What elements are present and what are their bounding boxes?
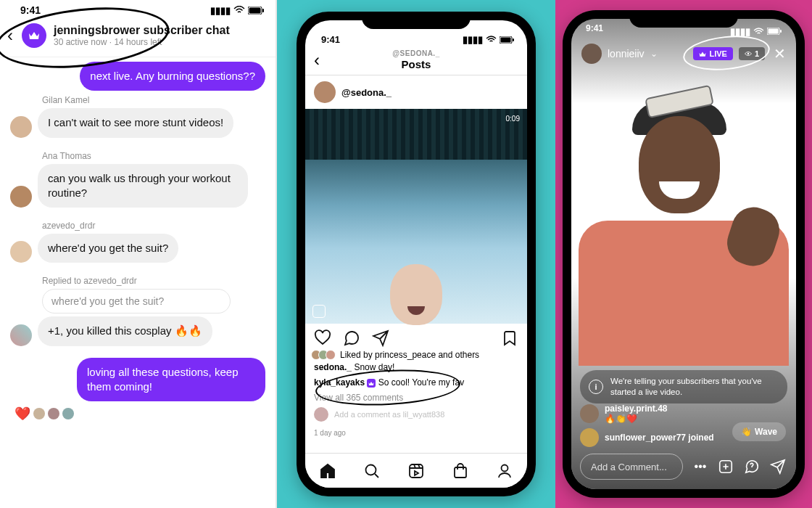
sender-name: Gilan Kamel	[42, 95, 265, 105]
status-icons: ▮▮▮▮	[730, 23, 782, 39]
bookmark-icon[interactable]	[501, 329, 518, 347]
other-message[interactable]: I can't wait to see more stunt videos!	[38, 108, 233, 137]
live-badge: LIVE	[693, 47, 732, 60]
avatar[interactable]	[10, 186, 32, 208]
profile-icon[interactable]	[496, 462, 513, 480]
viewer-count: 1	[755, 49, 759, 58]
nav-title: Posts	[392, 58, 439, 70]
live-header: lonnieiiv ⌄ LIVE 1 ✕	[571, 44, 796, 64]
phone-frame: 9:41 ▮▮▮▮ ‹ @SEDONA._ Posts	[297, 12, 536, 496]
battery-icon	[767, 28, 782, 35]
phone-screen: 9:41 ▮▮▮▮ lonnieiiv ⌄ LIVE	[571, 19, 796, 489]
chevron-down-icon[interactable]: ⌄	[650, 49, 658, 59]
message-row: can you walk us through your workout rou…	[10, 164, 265, 208]
svg-rect-8	[455, 467, 466, 478]
svg-rect-5	[513, 38, 514, 41]
liked-by-text[interactable]: Liked by princess_peace and others	[340, 350, 479, 360]
nav-bar: ‹ @SEDONA._ Posts	[305, 45, 527, 75]
svg-rect-12	[780, 30, 782, 33]
broadcaster-username[interactable]: lonnieiiv	[608, 48, 645, 60]
other-message[interactable]: where'd you get the suit?	[38, 234, 178, 263]
avatar[interactable]	[10, 324, 32, 346]
wave-button[interactable]: 👋 Wave	[732, 422, 786, 441]
self-message[interactable]: loving all these questions, keep them co…	[77, 358, 265, 402]
share-icon[interactable]	[372, 329, 389, 347]
reel-icon	[312, 305, 326, 318]
post-timestamp: 1 day ago	[305, 425, 527, 441]
add-guest-icon[interactable]	[718, 459, 735, 475]
status-icons: ▮▮▮▮	[210, 5, 264, 16]
svg-rect-1	[249, 7, 261, 13]
close-icon[interactable]: ✕	[774, 45, 786, 62]
viewer-count-pill[interactable]: 1	[739, 47, 765, 60]
phone-notch	[362, 12, 471, 29]
like-icon[interactable]	[314, 329, 331, 347]
question-icon[interactable]	[744, 459, 761, 475]
heart-reaction-icon[interactable]: ❤️	[14, 406, 30, 422]
chat-body[interactable]: next live. Any burning questions?? Gilan…	[0, 57, 276, 429]
signal-icon: ▮▮▮▮	[730, 26, 750, 37]
comment-text: So cool! You're my fav	[378, 377, 464, 388]
message-row: I can't wait to see more stunt videos!	[10, 108, 265, 137]
send-icon[interactable]	[770, 459, 787, 475]
live-comment-row[interactable]: paisley.print.48 🔥👏❤️	[580, 403, 714, 424]
live-panel: 9:41 ▮▮▮▮ lonnieiiv ⌄ LIVE	[555, 0, 812, 508]
avatar	[580, 404, 599, 423]
battery-icon	[248, 7, 264, 15]
more-icon[interactable]: •••	[692, 460, 709, 473]
phone-notch	[629, 10, 738, 28]
author-username[interactable]: @sedona._	[341, 87, 392, 98]
subscriber-badge-icon	[367, 379, 376, 388]
quoted-message[interactable]: where'd you get the suit?	[42, 289, 231, 314]
avatar	[580, 428, 599, 447]
live-info-text: We're telling your subscribers that you'…	[610, 376, 779, 398]
commenter-name: paisley.print.48	[605, 403, 667, 414]
media-bg	[305, 109, 527, 160]
other-message[interactable]: can you walk us through your workout rou…	[38, 164, 248, 208]
live-video[interactable]	[571, 84, 796, 366]
back-icon[interactable]: ‹	[6, 25, 14, 46]
home-icon[interactable]	[319, 462, 336, 480]
message-reactions[interactable]: ❤️	[14, 406, 265, 422]
svg-rect-2	[262, 9, 264, 12]
caption-user[interactable]: sedona._	[314, 362, 352, 372]
comment-user[interactable]: kyla_kayaks	[314, 377, 365, 388]
chat-title: jenningsbrower subscriber chat	[54, 24, 230, 37]
avatar[interactable]	[10, 241, 32, 263]
subscriber-comment[interactable]: kyla_kayaks So cool! You're my fav	[305, 375, 527, 390]
chat-header: ‹ jenningsbrower subscriber chat 30 acti…	[0, 17, 276, 57]
battery-icon	[500, 36, 514, 44]
eye-icon	[745, 51, 752, 57]
avatar[interactable]	[314, 81, 336, 103]
sender-name: Ana Thomas	[42, 151, 265, 161]
reactor-avatar	[48, 408, 59, 419]
comment-icon[interactable]	[343, 329, 360, 347]
reactor-avatar	[33, 408, 45, 419]
avatar[interactable]	[581, 44, 602, 64]
svg-point-9	[502, 464, 508, 471]
comment-input[interactable]: Add a Comment...	[580, 454, 683, 480]
live-comment-row[interactable]: sunflower_power77 joined	[580, 428, 714, 447]
comment-text: 🔥👏❤️	[605, 414, 667, 424]
post-caption: sedona._ Snow day!	[305, 360, 527, 375]
shop-icon[interactable]	[452, 462, 469, 480]
sender-name: azevedo_drdr	[42, 221, 265, 231]
live-label: LIVE	[709, 49, 726, 58]
view-all-comments[interactable]: View all 365 comments	[305, 391, 527, 404]
reels-icon[interactable]	[407, 462, 425, 480]
add-comment-placeholder[interactable]: Add a comment as lil_wyatt838	[334, 410, 444, 419]
post-author-row[interactable]: @sedona._	[305, 75, 527, 109]
search-icon[interactable]	[363, 462, 381, 480]
other-message[interactable]: +1, you killed this cosplay 🔥🔥	[38, 316, 212, 345]
wave-icon: 👋	[741, 427, 752, 437]
reply-context: Replied to azevedo_drdr	[42, 276, 265, 286]
add-comment-row[interactable]: Add a comment as lil_wyatt838	[305, 404, 527, 425]
svg-rect-4	[501, 37, 511, 42]
feed-post-panel: 9:41 ▮▮▮▮ ‹ @SEDONA._ Posts	[277, 0, 555, 508]
avatar[interactable]	[10, 116, 32, 138]
subscriber-badge-icon	[22, 23, 46, 48]
back-icon[interactable]: ‹	[314, 50, 320, 70]
post-media[interactable]: 0:09	[305, 109, 527, 324]
self-message[interactable]: next live. Any burning questions??	[80, 62, 265, 91]
likes-line[interactable]: Liked by princess_peace and others	[305, 350, 527, 360]
